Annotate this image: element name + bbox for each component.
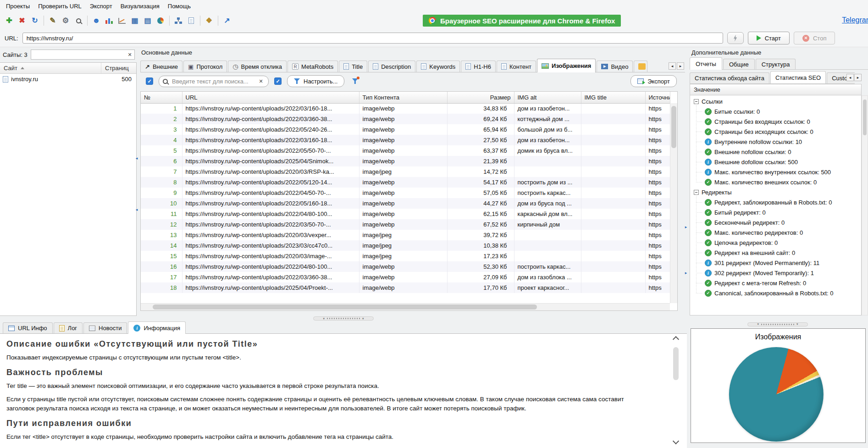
menu-item-5[interactable]: Помощь xyxy=(164,1,195,11)
table-row-6[interactable]: 6https://ivnstroy.ru/wp-content/uploads/… xyxy=(141,156,670,166)
filter-checkbox-2[interactable] xyxy=(274,77,282,85)
menu-item-3[interactable]: Экспорт xyxy=(86,1,116,11)
tree-item[interactable]: Редирект с мета-тегом Refresh: 0 xyxy=(690,278,861,288)
collapse-icon[interactable] xyxy=(694,99,699,104)
find-icon[interactable] xyxy=(72,15,84,27)
column-header-5[interactable]: IMG alt xyxy=(514,92,581,103)
seo-extension-banner[interactable]: Браузерное SEO расширение для Chrome & F… xyxy=(423,15,621,27)
btab-log[interactable]: Лог xyxy=(54,322,83,333)
splitter-grip[interactable] xyxy=(313,316,374,321)
tab-content[interactable]: Контент xyxy=(497,61,536,72)
tree-group-row[interactable]: Редиректы xyxy=(690,187,861,197)
table-row-4[interactable]: 4https://ivnstroy.ru/wp-content/uploads/… xyxy=(141,135,670,145)
tab-images[interactable]: Изображения xyxy=(537,59,596,72)
settings-icon[interactable]: ⚙ xyxy=(60,15,72,27)
edit-project-icon[interactable]: ✎ xyxy=(47,15,59,27)
tab-video[interactable]: Видео xyxy=(597,61,633,72)
table-row-15[interactable]: 15https://ivnstroy.ru/wp-content/uploads… xyxy=(141,251,670,261)
tree-item[interactable]: Битые ссылки: 0 xyxy=(690,106,861,116)
collapse-right-panel-button[interactable] xyxy=(684,224,688,230)
tabs-scroll-left-button[interactable]: ◂ xyxy=(669,62,676,70)
tree-item[interactable]: Макс. количество редиректов: 0 xyxy=(690,227,861,238)
tree-item[interactable]: Макс. количество внутренних ссылок: 500 xyxy=(690,167,861,177)
table-row-3[interactable]: 3https://ivnstroy.ru/wp-content/uploads/… xyxy=(141,124,670,135)
table-horizontal-scrollbar[interactable] xyxy=(141,303,670,310)
tab-keywords[interactable]: Keywords xyxy=(416,61,460,72)
delete-project-icon[interactable]: ✖ xyxy=(16,15,28,27)
table-row-16[interactable]: 16https://ivnstroy.ru/wp-content/uploads… xyxy=(141,261,670,272)
rtab-common[interactable]: Общие xyxy=(723,59,755,69)
horizontal-splitter[interactable] xyxy=(0,316,687,321)
external-tools-icon[interactable]: ↗ xyxy=(221,15,233,27)
table-search-input[interactable] xyxy=(171,77,254,85)
tree-item[interactable]: Внешние dofollow ссылки: 500 xyxy=(690,157,861,167)
menu-item-1[interactable]: Проекты xyxy=(2,1,34,11)
table-row-1[interactable]: 1https://ivnstroy.ru/wp-content/uploads/… xyxy=(141,103,670,114)
table-row-9[interactable]: 9https://ivnstroy.ru/wp-content/uploads/… xyxy=(141,188,670,198)
url-input[interactable] xyxy=(22,33,723,44)
tab-description[interactable]: Description xyxy=(368,61,415,72)
filter-checkbox-1[interactable] xyxy=(146,77,153,85)
tab-h1-h6[interactable]: H1-H6 xyxy=(461,61,496,72)
tree-item[interactable]: 301 редирект (Moved Permanently): 11 xyxy=(690,258,861,268)
quick-check-button[interactable] xyxy=(727,32,744,44)
sites-filter-input[interactable] xyxy=(31,51,126,58)
rsub-seo-stats[interactable]: Статистика SEO xyxy=(770,71,826,84)
menu-item-4[interactable]: Визуализация xyxy=(116,1,164,11)
collapse-right-panel-button[interactable] xyxy=(684,270,688,276)
tree-item[interactable]: Битый редирект: 0 xyxy=(690,207,861,217)
table-row-8[interactable]: 8https://ivnstroy.ru/wp-content/uploads/… xyxy=(141,177,670,188)
tree-item[interactable]: Страницы без входящих ссылок: 0 xyxy=(690,116,861,127)
scroll-up-icon[interactable] xyxy=(673,336,679,343)
rsub-crawl-stats[interactable]: Статистика обхода сайта xyxy=(690,72,769,83)
column-header-4[interactable]: Размер xyxy=(447,92,514,103)
tabs-scroll-right-button[interactable]: ▸ xyxy=(677,62,684,70)
table-row-14[interactable]: 14https://ivnstroy.ru/wp-content/uploads… xyxy=(141,240,670,251)
table-row-18[interactable]: 18https://ivnstroy.ru/wp-content/uploads… xyxy=(141,282,670,293)
tab-protocol[interactable]: Протокол xyxy=(183,61,227,72)
start-button[interactable]: Старт xyxy=(748,32,790,44)
scroll-down-icon[interactable] xyxy=(673,438,679,444)
tree-item[interactable]: Canonical, заблокированный в Robots.txt:… xyxy=(690,288,861,298)
configure-filter-button[interactable]: Настроить... xyxy=(287,75,344,87)
bar-chart-icon[interactable] xyxy=(103,15,115,27)
sites-column-pages[interactable]: Страниц xyxy=(101,63,136,73)
clear-search-icon[interactable] xyxy=(257,78,265,84)
right-splitter[interactable] xyxy=(690,321,866,327)
collapse-icon[interactable] xyxy=(694,190,699,195)
vscroll-thumb[interactable] xyxy=(671,106,676,148)
table-row-7[interactable]: 7https://ivnstroy.ru/wp-content/uploads/… xyxy=(141,166,670,177)
tree-group-row[interactable]: Ссылки xyxy=(690,96,861,106)
table-row-11[interactable]: 11https://ivnstroy.ru/wp-content/uploads… xyxy=(141,209,670,219)
add-project-icon[interactable]: ✚ xyxy=(3,15,15,27)
btab-information[interactable]: Информация xyxy=(128,321,186,334)
rescan-project-icon[interactable]: ↻ xyxy=(29,15,41,27)
data-window-icon[interactable]: ▦ xyxy=(129,15,141,27)
tab-external[interactable]: Внешние xyxy=(140,61,182,72)
column-header-1[interactable]: № xyxy=(141,92,182,103)
telegram-link[interactable]: Telegram xyxy=(842,16,868,24)
visualization-icon[interactable]: ❖ xyxy=(203,15,215,27)
info-scroll-thumb[interactable] xyxy=(673,347,679,380)
column-header-3[interactable]: Тип Контента xyxy=(359,92,447,103)
tab-title[interactable]: Title xyxy=(339,61,367,72)
table-row-13[interactable]: 13https://ivnstroy.ru/wp-content/uploads… xyxy=(141,230,670,240)
tree-scroll-thumb[interactable] xyxy=(863,100,867,135)
table-row-10[interactable]: 10https://ivnstroy.ru/wp-content/uploads… xyxy=(141,198,670,209)
tree-item[interactable]: Страницы без исходящих ссылок: 0 xyxy=(690,127,861,137)
rtab-reports[interactable]: Отчеты xyxy=(690,57,722,70)
value-column-header[interactable]: Значение xyxy=(690,84,862,95)
rtab-structure[interactable]: Структура xyxy=(756,59,796,69)
info-scrollbar[interactable] xyxy=(671,335,681,445)
subtabs-scroll-right-button[interactable]: ▸ xyxy=(854,74,862,81)
tree-item[interactable]: Редирект на внешний сайт: 0 xyxy=(690,248,861,258)
tab-overflow-partial[interactable] xyxy=(634,61,647,72)
hscroll-thumb[interactable] xyxy=(153,304,537,310)
tree-item[interactable]: 302 редирект (Moved Temporarily): 1 xyxy=(690,268,861,278)
column-header-7[interactable]: Источник xyxy=(645,92,670,103)
trend-chart-icon[interactable] xyxy=(116,15,128,27)
subtabs-scroll-left-button[interactable]: ◂ xyxy=(846,74,854,81)
report-window-icon[interactable]: ▤ xyxy=(142,15,154,27)
column-header-6[interactable]: IMG title xyxy=(581,92,645,103)
sites-column-site[interactable]: Сайт xyxy=(0,63,101,73)
